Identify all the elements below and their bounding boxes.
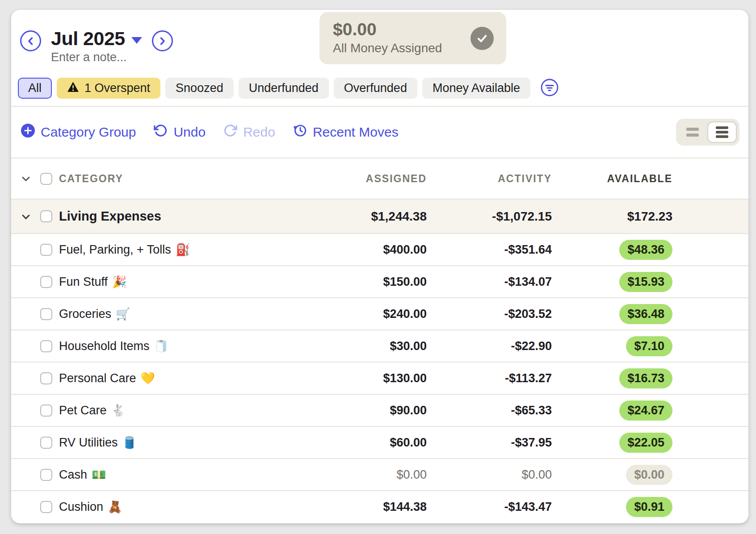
category-emoji: ⛽: [176, 243, 190, 257]
row-checkbox[interactable]: [40, 405, 52, 417]
add-category-group-button[interactable]: Category Group: [21, 124, 136, 141]
group-assigned-total: $1,244.38: [337, 209, 427, 224]
available-pill[interactable]: $15.93: [619, 272, 672, 292]
column-header-activity[interactable]: ACTIVITY: [427, 173, 552, 185]
table-row[interactable]: Groceries 🛒 $240.00 -$203.52 $36.48: [11, 297, 748, 330]
activity-value[interactable]: -$113.27: [427, 371, 552, 385]
column-header-available[interactable]: AVAILABLE: [552, 173, 672, 185]
assigned-value[interactable]: $130.00: [337, 371, 427, 385]
assigned-value[interactable]: $400.00: [337, 243, 427, 257]
activity-value[interactable]: -$37.95: [427, 436, 552, 450]
activity-value[interactable]: -$351.64: [427, 243, 552, 257]
table-row[interactable]: Personal Care 💛 $130.00 -$113.27 $16.73: [11, 362, 748, 394]
select-all-checkbox[interactable]: [40, 173, 52, 185]
assigned-value[interactable]: $144.38: [337, 500, 427, 514]
month-selector[interactable]: Jul 2025 Enter a note...: [48, 29, 145, 64]
table-row[interactable]: Household Items 🧻 $30.00 -$22.90 $7.10: [11, 330, 748, 362]
group-checkbox[interactable]: [40, 210, 52, 222]
table-row[interactable]: RV Utilities 🛢️ $60.00 -$37.95 $22.05: [11, 426, 748, 458]
column-header-category[interactable]: CATEGORY: [59, 173, 337, 185]
undo-button[interactable]: Undo: [154, 124, 206, 141]
activity-value[interactable]: -$22.90: [427, 339, 552, 353]
available-pill[interactable]: $7.10: [626, 336, 672, 356]
category-name: Pet Care: [59, 404, 107, 417]
available-pill[interactable]: $16.73: [619, 368, 672, 388]
row-checkbox[interactable]: [40, 437, 52, 449]
category-name: Groceries: [59, 307, 111, 321]
available-pill[interactable]: $0.91: [626, 497, 672, 517]
assigned-value[interactable]: $240.00: [337, 307, 427, 321]
redo-button[interactable]: Redo: [223, 124, 275, 141]
checkmark-icon: [470, 27, 494, 50]
category-name: Household Items: [59, 339, 150, 353]
activity-value[interactable]: $0.00: [427, 468, 552, 482]
activity-value[interactable]: -$65.33: [427, 404, 552, 417]
redo-icon: [223, 124, 237, 141]
available-pill[interactable]: $36.48: [619, 304, 672, 324]
category-emoji: 🐇: [111, 404, 126, 417]
assigned-value[interactable]: $150.00: [337, 275, 427, 289]
redo-label: Redo: [243, 125, 275, 140]
table-row[interactable]: Fun Stuff 🎉 $150.00 -$134.07 $15.93: [11, 265, 748, 297]
month-title: Jul 2025: [51, 29, 125, 49]
category-emoji: 🧸: [108, 500, 122, 514]
row-checkbox[interactable]: [40, 469, 52, 481]
category-name: Personal Care: [59, 371, 136, 385]
category-name: Fuel, Parking, + Tolls: [59, 243, 171, 257]
plus-circle-icon: [21, 124, 35, 141]
available-pill[interactable]: $48.36: [619, 240, 672, 260]
month-note-input[interactable]: Enter a note...: [51, 50, 142, 64]
category-emoji: 💛: [141, 371, 155, 385]
filter-chip-snoozed[interactable]: Snoozed: [165, 78, 234, 99]
chip-label: 1 Overspent: [84, 81, 150, 95]
assigned-value[interactable]: $0.00: [337, 468, 427, 482]
category-table: CATEGORY ASSIGNED ACTIVITY AVAILABLE Liv…: [11, 159, 748, 522]
collapsed-view-button[interactable]: [679, 121, 706, 143]
next-month-button[interactable]: [152, 30, 173, 51]
category-emoji: 🛢️: [122, 436, 137, 450]
money-assigned-summary[interactable]: $0.00 All Money Assigned: [319, 12, 506, 64]
row-checkbox[interactable]: [40, 308, 52, 320]
column-header-assigned[interactable]: ASSIGNED: [337, 173, 427, 185]
assigned-value[interactable]: $30.00: [337, 339, 427, 353]
table-header-row: CATEGORY ASSIGNED ACTIVITY AVAILABLE: [11, 159, 748, 199]
group-activity-total: -$1,072.15: [427, 209, 552, 224]
table-row[interactable]: Cash 💵 $0.00 $0.00 $0.00: [11, 458, 748, 490]
group-available-total: $172.23: [552, 209, 672, 224]
table-row[interactable]: Cushion 🧸 $144.38 -$143.47 $0.91: [11, 490, 748, 522]
group-collapse-chevron-icon[interactable]: [20, 211, 32, 222]
chevron-down-icon: [131, 37, 142, 44]
month-header: Jul 2025 Enter a note... $0.00 All Money…: [11, 10, 748, 107]
activity-value[interactable]: -$143.47: [427, 500, 552, 514]
activity-value[interactable]: -$203.52: [427, 307, 552, 321]
filter-chip-overspent[interactable]: 1 Overspent: [57, 78, 160, 99]
filter-chip-underfunded[interactable]: Underfunded: [239, 78, 329, 99]
category-name: Cash: [59, 468, 87, 482]
available-pill[interactable]: $22.05: [619, 433, 672, 453]
table-row[interactable]: Pet Care 🐇 $90.00 -$65.33 $24.67: [11, 394, 748, 426]
filter-chip-all[interactable]: All: [18, 78, 52, 99]
filter-chip-money-available[interactable]: Money Available: [422, 78, 530, 99]
filter-settings-button[interactable]: [540, 79, 559, 98]
expanded-view-button[interactable]: [707, 121, 737, 143]
table-row[interactable]: Fuel, Parking, + Tolls ⛽ $400.00 -$351.6…: [11, 233, 748, 265]
chevron-left-icon: [25, 36, 36, 46]
row-checkbox[interactable]: [40, 244, 52, 256]
month-navigation: Jul 2025 Enter a note...: [20, 29, 173, 64]
filter-chip-overfunded[interactable]: Overfunded: [334, 78, 417, 99]
row-checkbox[interactable]: [40, 501, 52, 513]
assigned-value[interactable]: $90.00: [337, 404, 427, 417]
clock-history-icon: [293, 124, 307, 141]
row-checkbox[interactable]: [40, 276, 52, 288]
activity-value[interactable]: -$134.07: [427, 275, 552, 289]
previous-month-button[interactable]: [20, 30, 41, 51]
row-checkbox[interactable]: [40, 372, 52, 384]
category-group-row[interactable]: Living Expenses $1,244.38 -$1,072.15 $17…: [11, 199, 748, 233]
available-pill[interactable]: $0.00: [626, 465, 672, 485]
category-name: Fun Stuff: [59, 275, 108, 289]
recent-moves-button[interactable]: Recent Moves: [293, 124, 399, 141]
row-checkbox[interactable]: [40, 340, 52, 352]
available-pill[interactable]: $24.67: [619, 400, 672, 421]
collapse-all-chevron-icon[interactable]: [20, 173, 32, 184]
assigned-value[interactable]: $60.00: [337, 436, 427, 450]
